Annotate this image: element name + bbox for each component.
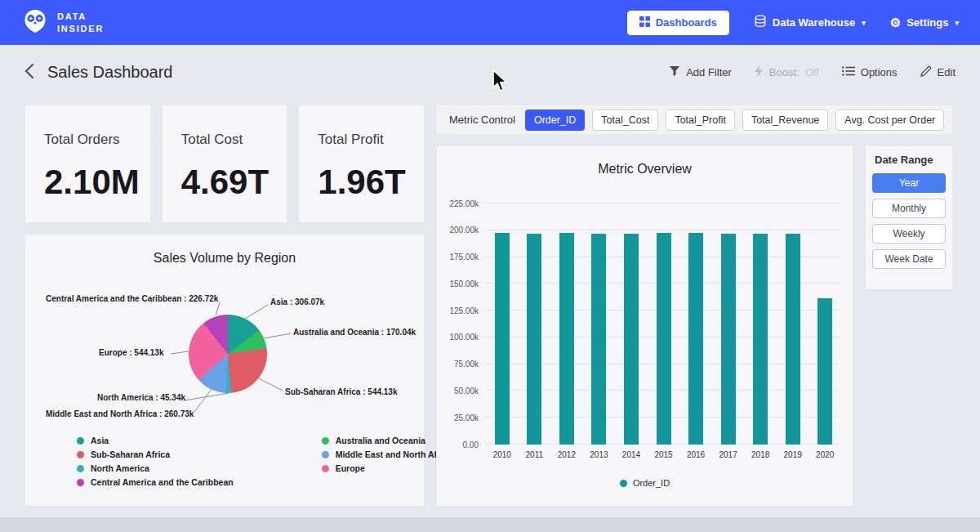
- x-axis-tick-label: 2014: [615, 450, 648, 459]
- dashboards-grid-icon: [639, 16, 650, 29]
- back-button[interactable]: [24, 63, 34, 82]
- bar-2015[interactable]: [657, 233, 671, 445]
- add-filter-button[interactable]: Add Filter: [669, 65, 732, 79]
- brand-line2: INSIDER: [57, 23, 104, 34]
- header-actions: Add Filter Boost: Off Options: [669, 65, 956, 79]
- y-axis-tick-label: 0.00: [463, 440, 479, 449]
- bar-slot-2013: [583, 203, 616, 445]
- y-axis-tick-label: 200.00k: [449, 226, 479, 235]
- bar-slot-2020: [808, 203, 841, 445]
- chevron-down-icon: ▾: [955, 19, 959, 27]
- bar-2012[interactable]: [559, 233, 574, 445]
- gear-icon: ⚙: [890, 16, 901, 29]
- bar-2013[interactable]: [591, 234, 606, 445]
- bar-slot-2014: [615, 203, 648, 445]
- legend-item-north-america: North America: [77, 463, 234, 473]
- date-range-option-week-date[interactable]: Week Date: [872, 249, 946, 269]
- y-axis-tick-label: 125.00k: [449, 306, 479, 315]
- filter-funnel-icon: [669, 65, 680, 79]
- bar-chart-card: Metric Overview 0.0025.00k50.00k75.00k10…: [436, 145, 853, 507]
- pie-slice-label-australia-and-oceania: Australia and Oceania : 170.04k: [293, 328, 416, 337]
- x-axis-tick-label: 2010: [486, 450, 519, 459]
- metric-option-order-id[interactable]: Order_ID: [525, 110, 585, 131]
- boost-value: Off: [805, 66, 819, 78]
- legend-label: Asia: [91, 436, 109, 445]
- legend-label: Middle East and North Africa: [336, 449, 452, 459]
- legend-dot-icon: [322, 437, 329, 445]
- legend-label: Central America and the Caribbean: [91, 477, 234, 487]
- date-range-title: Date Range: [872, 154, 946, 166]
- y-axis-tick-label: 50.00k: [454, 386, 479, 395]
- legend-item-middle-east-and-north-africa: Middle East and North Africa: [322, 449, 452, 459]
- metric-option-avg-cost-per-order[interactable]: Avg. Cost per Order: [835, 110, 944, 131]
- date-range-option-monthly[interactable]: Monthly: [872, 199, 946, 218]
- bars: [486, 203, 841, 445]
- bar-2018[interactable]: [753, 234, 768, 445]
- options-button[interactable]: Options: [842, 66, 898, 78]
- brand-line1: DATA: [57, 11, 104, 22]
- bar-2011[interactable]: [527, 234, 541, 445]
- metric-control-label: Metric Control: [449, 114, 515, 126]
- date-range-buttons: YearMonthlyWeeklyWeek Date: [872, 173, 946, 269]
- x-axis-tick-label: 2013: [583, 450, 616, 459]
- bar-2020[interactable]: [817, 298, 832, 445]
- boost-label: Boost:: [769, 66, 800, 78]
- y-axis-tick-label: 25.00k: [454, 413, 479, 422]
- metric-option-total-profit[interactable]: Total_Profit: [666, 110, 735, 131]
- chevron-left-icon: [24, 63, 34, 82]
- settings-label: Settings: [906, 16, 948, 29]
- list-icon: [842, 66, 855, 78]
- y-axis-tick-label: 175.00k: [449, 253, 479, 262]
- edit-button[interactable]: Edit: [920, 65, 956, 79]
- metric-control-bar: Metric Control Order_IDTotal_CostTotal_P…: [436, 105, 953, 135]
- pie-slice-label-north-america: North America : 45.34k: [97, 393, 185, 402]
- x-axis-tick-label: 2011: [519, 450, 551, 459]
- bar-slot-2019: [777, 203, 809, 445]
- legend-dot-icon: [77, 465, 84, 472]
- page-title: Sales Dashboard: [47, 63, 172, 82]
- add-filter-label: Add Filter: [686, 66, 732, 78]
- owl-logo-icon: [21, 7, 49, 38]
- kpi-value: 1.96T: [318, 163, 424, 202]
- bottom-strip: [0, 517, 980, 532]
- kpi-label: Total Orders: [44, 132, 150, 148]
- dashboards-label: Dashboards: [656, 16, 717, 29]
- bar-chart-title: Metric Overview: [437, 146, 853, 177]
- pie-slice-label-asia: Asia : 306.07k: [270, 297, 324, 306]
- bar-legend-dot-icon: [620, 480, 627, 487]
- y-axis-tick-label: 100.00k: [449, 333, 479, 342]
- y-axis-tick-label: 75.00k: [454, 360, 479, 369]
- data-warehouse-menu[interactable]: Data Warehouse ▾: [754, 15, 866, 30]
- legend-dot-icon: [77, 437, 84, 445]
- options-label: Options: [861, 66, 898, 78]
- boost-toggle[interactable]: Boost: Off: [755, 65, 819, 79]
- bar-2010[interactable]: [495, 233, 510, 445]
- kpi-card-total-profit: Total Profit 1.96T: [298, 105, 425, 223]
- pie-slice-label-central-america-and-the-caribbean: Central America and the Caribbean : 226.…: [46, 294, 218, 303]
- metric-option-total-revenue[interactable]: Total_Revenue: [742, 110, 828, 131]
- legend-label: Australia and Oceania: [336, 436, 425, 445]
- date-range-option-year[interactable]: Year: [872, 173, 946, 193]
- dashboards-button[interactable]: Dashboards: [627, 11, 729, 35]
- pie-slice-label-middle-east-and-north-africa: Middle East and North Africa : 260.73k: [46, 409, 194, 418]
- bar-2017[interactable]: [721, 234, 736, 445]
- date-range-option-weekly[interactable]: Weekly: [872, 224, 946, 244]
- kpi-card-total-orders: Total Orders 2.10M: [24, 105, 151, 223]
- bolt-icon: [755, 65, 764, 79]
- legend-label: Sub-Saharan Africa: [91, 449, 170, 459]
- legend-item-central-america-and-the-caribbean: Central America and the Caribbean: [77, 477, 234, 487]
- pencil-icon: [920, 65, 932, 79]
- metric-option-total-cost[interactable]: Total_Cost: [592, 110, 658, 131]
- settings-menu[interactable]: ⚙ Settings ▾: [890, 16, 959, 29]
- legend-label: Europe: [336, 463, 365, 473]
- brand-text: DATA INSIDER: [57, 11, 104, 34]
- bar-plot: 0.0025.00k50.00k75.00k100.00k125.00k150.…: [486, 203, 841, 445]
- legend-item-asia: Asia: [77, 436, 234, 445]
- bar-2016[interactable]: [688, 233, 703, 445]
- bar-2014[interactable]: [624, 234, 639, 445]
- page-header: Sales Dashboard Add Filter Boost: Off: [0, 45, 980, 99]
- edit-label: Edit: [938, 66, 956, 78]
- bar-2019[interactable]: [786, 234, 800, 445]
- kpi-value: 2.10M: [44, 163, 150, 202]
- x-axis-tick-label: 2019: [777, 450, 809, 459]
